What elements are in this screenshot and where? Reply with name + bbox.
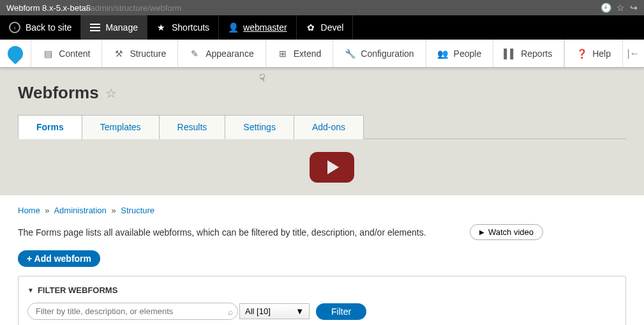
reports-label: Reports <box>521 49 552 59</box>
watch-label: Watch video <box>488 227 534 237</box>
gear-icon: ✿ <box>306 22 316 33</box>
back-label: Back to site <box>26 22 71 33</box>
appearance-label: Appearance <box>206 49 254 59</box>
watch-video-button[interactable]: ▶Watch video <box>470 224 543 240</box>
config-label: Configuration <box>361 49 414 59</box>
manage-menu[interactable]: Manage <box>81 15 147 40</box>
manage-label: Manage <box>105 22 138 33</box>
mouse-cursor-icon: ☟ <box>259 72 266 84</box>
select-value: All [10] <box>245 306 271 316</box>
menu-reports[interactable]: ▌▌Reports <box>493 40 564 67</box>
user-menu[interactable]: 👤 webmaster <box>219 15 296 40</box>
primary-tabs: Forms Templates Results Settings Add-ons <box>18 114 626 139</box>
add-webform-button[interactable]: + Add webform <box>18 250 100 267</box>
browser-icons: 🕘 ☆ ↪ <box>601 3 638 13</box>
extend-icon: ⊞ <box>278 49 288 59</box>
admin-menu: ▤Content ⚒Structure ✎Appearance ⊞Extend … <box>0 40 644 68</box>
tab-forms[interactable]: Forms <box>18 115 82 139</box>
page-description: The Forms page lists all available webfo… <box>18 227 426 238</box>
filter-title-label: FILTER WEBFORMS <box>38 285 117 295</box>
favorite-star-icon[interactable]: ☆ <box>105 86 117 101</box>
youtube-play-button[interactable] <box>310 152 354 183</box>
people-icon: 👥 <box>438 49 448 59</box>
clock-icon[interactable]: 🕘 <box>601 3 611 13</box>
shortcuts-menu[interactable]: ★ Shortcuts <box>147 15 219 40</box>
browser-title-bar: Webform 8.x-5.x-beta8 /admin/structure/w… <box>0 0 644 15</box>
collapse-triangle-icon: ▼ <box>27 287 34 294</box>
user-icon: 👤 <box>228 22 238 33</box>
content-label: Content <box>59 49 90 59</box>
chevron-down-icon: ▼ <box>296 306 304 316</box>
devel-label: Devel <box>321 22 344 33</box>
filter-panel: ▼FILTER WEBFORMS ⌕ All [10]▼ Filter <box>18 276 626 325</box>
tab-templates[interactable]: Templates <box>82 115 160 139</box>
help-label: Help <box>592 49 611 59</box>
devel-menu[interactable]: ✿ Devel <box>297 15 354 40</box>
filter-category-select[interactable]: All [10]▼ <box>239 303 310 319</box>
search-icon: ⌕ <box>228 306 233 317</box>
share-icon[interactable]: ↪ <box>630 3 638 13</box>
extend-label: Extend <box>294 49 322 59</box>
filter-submit-button[interactable]: Filter <box>316 303 366 320</box>
hamburger-icon <box>90 24 100 31</box>
breadcrumb-structure[interactable]: Structure <box>121 206 154 215</box>
menu-help[interactable]: ❓Help <box>564 40 622 67</box>
breadcrumb-home[interactable]: Home <box>18 206 40 215</box>
back-to-site[interactable]: ‹ Back to site <box>0 15 81 40</box>
browser-url: /admin/structure/webform <box>88 3 182 13</box>
back-arrow-icon: ‹ <box>9 22 20 33</box>
menu-appearance[interactable]: ✎Appearance <box>178 40 266 67</box>
help-icon: ❓ <box>576 49 587 59</box>
video-title: Webform 8.x-5.x-beta8 <box>6 3 91 13</box>
tab-addons[interactable]: Add-ons <box>294 115 364 139</box>
filter-title[interactable]: ▼FILTER WEBFORMS <box>27 285 617 295</box>
tab-results[interactable]: Results <box>159 115 226 139</box>
menu-extend[interactable]: ⊞Extend <box>266 40 334 67</box>
play-triangle-icon <box>327 160 339 174</box>
tab-settings[interactable]: Settings <box>225 115 294 139</box>
user-label: webmaster <box>243 22 287 33</box>
main-content: Home » Administration » Structure The Fo… <box>0 195 644 325</box>
menu-structure[interactable]: ⚒Structure <box>102 40 178 67</box>
wrench-icon: 🔧 <box>345 49 355 59</box>
breadcrumb-admin[interactable]: Administration <box>54 206 106 215</box>
drupal-topbar: ‹ Back to site Manage ★ Shortcuts 👤 webm… <box>0 15 644 40</box>
menu-content[interactable]: ▤Content <box>31 40 102 67</box>
filter-text-input[interactable] <box>27 303 238 320</box>
drupal-logo[interactable] <box>0 40 31 67</box>
star-icon: ★ <box>156 22 167 33</box>
people-label: People <box>454 49 482 59</box>
shortcuts-label: Shortcuts <box>172 22 209 33</box>
structure-icon: ⚒ <box>114 49 124 59</box>
menu-people[interactable]: 👥People <box>426 40 494 67</box>
appearance-icon: ✎ <box>190 49 200 59</box>
reports-icon: ▌▌ <box>505 49 515 59</box>
play-icon: ▶ <box>479 229 484 236</box>
star-icon[interactable]: ☆ <box>617 3 625 13</box>
drupal-drop-icon <box>4 43 26 64</box>
collapse-toolbar[interactable]: |← <box>622 40 644 67</box>
file-icon: ▤ <box>43 49 53 59</box>
page-title: Webforms <box>18 83 99 103</box>
menu-configuration[interactable]: 🔧Configuration <box>333 40 426 67</box>
breadcrumb: Home » Administration » Structure <box>18 206 626 215</box>
structure-label: Structure <box>130 49 166 59</box>
